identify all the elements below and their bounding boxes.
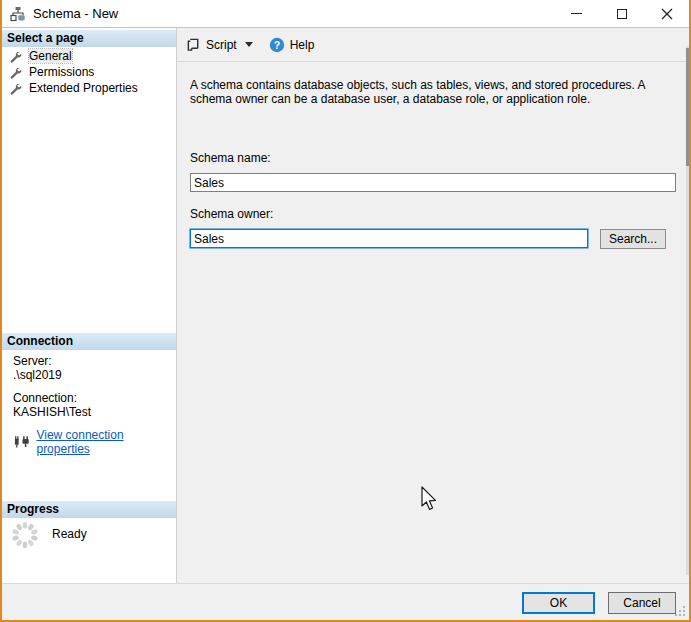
vertical-scrollbar[interactable] <box>686 46 689 575</box>
connection-info: Server: .\sql2019 Connection: KASHISH\Te… <box>13 354 176 456</box>
help-icon: ? <box>269 37 285 53</box>
scrollbar-thumb[interactable] <box>686 48 689 166</box>
script-dropdown-icon[interactable] <box>245 42 253 47</box>
connection-value: KASHISH\Test <box>13 405 176 419</box>
ready-status-text: Ready <box>52 527 87 550</box>
progress-spinner-icon <box>10 520 40 550</box>
help-button-label: Help <box>290 38 315 52</box>
footer-bar: OK Cancel <box>2 583 689 620</box>
script-icon <box>186 37 201 52</box>
sidebar-item-label: Extended Properties <box>29 81 138 95</box>
view-connection-properties-link[interactable]: View connection properties <box>36 428 176 456</box>
sidebar-item-extended-properties[interactable]: Extended Properties <box>2 80 176 96</box>
wrench-icon <box>9 66 22 79</box>
title-bar: Schema - New <box>2 0 689 28</box>
connection-label: Connection: <box>13 391 176 405</box>
resize-grip[interactable] <box>674 605 686 617</box>
schema-new-dialog: Schema - New Select a page <box>0 0 691 622</box>
help-button[interactable]: ? Help <box>269 37 315 53</box>
sidebar-item-permissions[interactable]: Permissions <box>2 64 176 80</box>
schema-name-input[interactable] <box>190 173 676 192</box>
toolbar: Script ? Help <box>177 28 689 62</box>
minimize-button[interactable] <box>554 0 599 27</box>
schema-description-text: A schema contains database objects, such… <box>190 78 682 106</box>
minimize-icon <box>571 13 582 14</box>
sidebar-item-label: Permissions <box>29 65 94 79</box>
progress-status: Ready <box>10 520 87 550</box>
sidebar-item-label: General <box>29 49 72 63</box>
maximize-button[interactable] <box>599 0 644 27</box>
connection-properties-icon <box>13 435 30 449</box>
schema-name-label: Schema name: <box>190 151 271 165</box>
window-title: Schema - New <box>33 6 118 21</box>
schema-owner-input[interactable] <box>190 229 588 248</box>
wrench-icon <box>9 82 22 95</box>
close-icon <box>661 8 673 20</box>
script-button-label: Script <box>206 38 237 52</box>
select-a-page-header: Select a page <box>2 30 176 47</box>
cancel-button[interactable]: Cancel <box>608 592 676 614</box>
sidebar-item-general[interactable]: General <box>2 48 176 64</box>
connection-header: Connection <box>2 333 176 350</box>
server-label: Server: <box>13 354 176 368</box>
close-button[interactable] <box>644 0 689 27</box>
maximize-icon <box>617 9 627 19</box>
general-page-form: A schema contains database objects, such… <box>177 63 689 583</box>
ok-button[interactable]: OK <box>522 592 595 614</box>
progress-header: Progress <box>2 501 176 518</box>
schema-owner-label: Schema owner: <box>190 207 273 221</box>
search-button[interactable]: Search... <box>600 229 666 249</box>
main-panel: Script ? Help A schema contains database… <box>177 28 689 583</box>
left-pane: Select a page General Permissions <box>2 28 177 583</box>
schema-tree-icon <box>10 6 26 22</box>
wrench-icon <box>9 50 22 63</box>
server-value: .\sql2019 <box>13 368 176 382</box>
script-button[interactable]: Script <box>186 37 237 52</box>
page-list: General Permissions Extended Properties <box>2 48 176 96</box>
svg-text:?: ? <box>273 38 279 50</box>
